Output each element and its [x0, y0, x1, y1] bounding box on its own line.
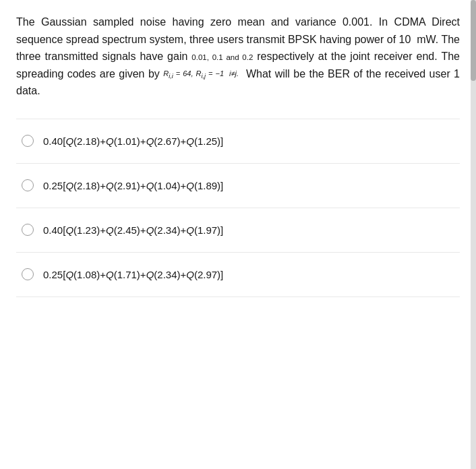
question-card: The Gaussian sampled noise having zero m… — [0, 0, 476, 469]
option-c[interactable]: 0.40[Q(1.23)+Q(2.45)+Q(2.34)+Q(1.97)] — [16, 208, 460, 253]
option-c-label: 0.40[Q(1.23)+Q(2.45)+Q(2.34)+Q(1.97)] — [43, 223, 223, 237]
options-container: 0.40[Q(2.18)+Q(1.01)+Q(2.67)+Q(1.25)] 0.… — [16, 119, 460, 297]
gain-values: 0.01, 0.1 and 0.2 — [191, 53, 253, 61]
radio-d[interactable] — [22, 268, 34, 280]
scrollbar-track — [471, 0, 476, 469]
radio-c[interactable] — [22, 224, 34, 236]
option-b-label: 0.25[Q(2.18)+Q(2.91)+Q(1.04)+Q(1.89)] — [43, 179, 223, 193]
option-a[interactable]: 0.40[Q(2.18)+Q(1.01)+Q(2.67)+Q(1.25)] — [16, 119, 460, 164]
option-d-label: 0.25[Q(1.08)+Q(1.71)+Q(2.34)+Q(2.97)] — [43, 268, 223, 282]
option-a-label: 0.40[Q(2.18)+Q(1.01)+Q(2.67)+Q(1.25)] — [43, 134, 223, 148]
option-d[interactable]: 0.25[Q(1.08)+Q(1.71)+Q(2.34)+Q(2.97)] — [16, 253, 460, 297]
spreading-codes: Ri,i = 64, Ri,j = −1 i≠j. — [163, 69, 239, 77]
radio-b[interactable] — [22, 179, 34, 191]
scrollbar-thumb[interactable] — [471, 0, 476, 81]
option-b[interactable]: 0.25[Q(2.18)+Q(2.91)+Q(1.04)+Q(1.89)] — [16, 164, 460, 208]
radio-a[interactable] — [22, 135, 34, 147]
question-text: The Gaussian sampled noise having zero m… — [16, 13, 460, 100]
